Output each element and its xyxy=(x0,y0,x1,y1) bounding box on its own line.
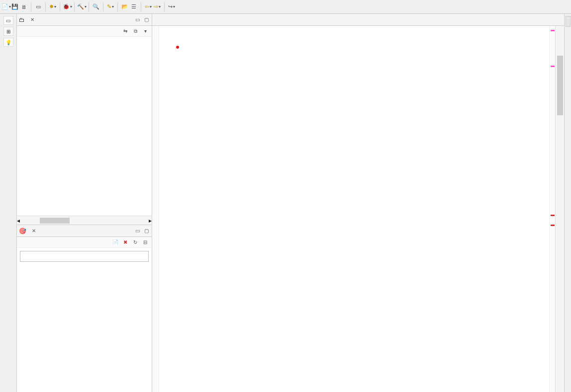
target-filter-input[interactable] xyxy=(20,251,149,262)
save-button[interactable]: 💾 xyxy=(11,3,19,11)
overview-ruler[interactable] xyxy=(549,26,555,392)
target-icon: 🎯 xyxy=(19,228,26,235)
target-tree[interactable] xyxy=(17,265,152,364)
code-editor[interactable] xyxy=(176,26,549,392)
console-button[interactable]: ▭ xyxy=(34,3,42,11)
target-configs-tabbar: 🎯 ✕ ▭ ▢ xyxy=(17,225,152,237)
editor-tabs xyxy=(152,14,564,26)
right-trim xyxy=(564,14,571,392)
wand-button[interactable]: ✎ xyxy=(106,3,114,11)
bulb-icon[interactable]: 💡 xyxy=(3,38,13,47)
perspective-bar: ▭ ⊞ 💡 xyxy=(0,14,17,392)
close-target-icon[interactable]: ✕ xyxy=(30,228,37,235)
refresh-target-icon[interactable]: ↻ xyxy=(132,239,139,246)
link-editor-icon[interactable]: ⧉ xyxy=(132,28,139,35)
target-min-icon[interactable]: ▭ xyxy=(134,228,141,235)
new-target-icon[interactable]: 📄 xyxy=(112,239,119,246)
nav-fwd-button[interactable]: ⇨ xyxy=(153,3,161,11)
restore-icon[interactable]: ▭ xyxy=(3,16,13,25)
line-number-gutter xyxy=(159,26,176,392)
project-tree[interactable] xyxy=(17,37,152,216)
trim-handle[interactable] xyxy=(566,16,571,27)
nav-back-button[interactable]: ⇦ xyxy=(144,3,152,11)
hammer-button[interactable]: 🔨 xyxy=(78,3,86,11)
collapse-all-icon[interactable]: ⇆ xyxy=(122,28,129,35)
maximize-icon[interactable]: ▢ xyxy=(143,16,150,23)
delete-target-icon[interactable]: ✖ xyxy=(122,239,129,246)
new-button[interactable]: 📄 xyxy=(2,3,10,11)
open-type-button[interactable]: 📂 xyxy=(121,3,129,11)
main-toolbar: 📄 💾 🗎 ▭ ✹ 🐞 🔨 🔍 ✎ 📂 ☰ ⇦ ⇨ ↪ xyxy=(0,0,571,14)
editor-vscroll[interactable] xyxy=(555,26,564,392)
list-button[interactable]: ☰ xyxy=(130,3,138,11)
debug-button[interactable]: 🐞 xyxy=(63,3,71,11)
redo-button[interactable]: ↪ xyxy=(168,3,176,11)
highlight-annotation xyxy=(176,46,179,49)
project-explorer-icon: 🗀 xyxy=(19,16,25,23)
error-gutter xyxy=(152,26,159,392)
target-max-icon[interactable]: ▢ xyxy=(143,228,150,235)
search-button[interactable]: 🔍 xyxy=(92,3,100,11)
collapse-target-icon[interactable]: ⊟ xyxy=(142,239,149,246)
project-explorer-tabbar: 🗀 ✕ ▭ ▢ xyxy=(17,14,152,26)
project-tree-hscroll[interactable]: ◂▸ xyxy=(17,216,152,225)
build-button[interactable]: ✹ xyxy=(49,3,57,11)
outline-icon[interactable]: ⊞ xyxy=(3,27,13,36)
close-view-icon[interactable]: ✕ xyxy=(29,16,36,23)
view-menu-icon[interactable]: ▾ xyxy=(142,28,149,35)
save-all-button[interactable]: 🗎 xyxy=(20,3,28,11)
minimize-icon[interactable]: ▭ xyxy=(134,16,141,23)
